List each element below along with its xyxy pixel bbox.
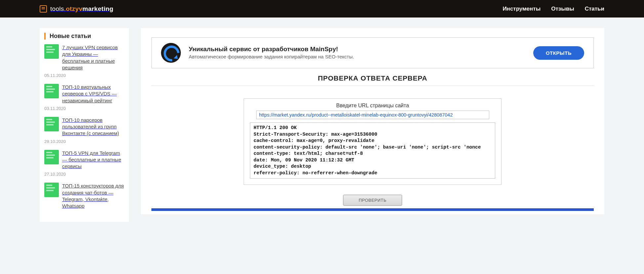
promo-banner: Уникальный сервис от разработчиков MainS…	[151, 37, 594, 68]
promo-logo-icon	[161, 43, 181, 63]
sidebar-article-link[interactable]: ТОП-15 конструкторов для создания чат-бо…	[44, 183, 124, 209]
sidebar-heading: Новые статьи	[44, 33, 124, 40]
server-response-tool: Введите URL страницы сайта	[244, 98, 502, 185]
promo-title: Уникальный сервис от разработчиков MainS…	[189, 46, 525, 53]
article-date: 29.10.2020	[44, 139, 124, 144]
divider	[151, 86, 594, 86]
article-date: 05.11.2020	[44, 73, 124, 78]
promo-subtitle: Автоматическое формирование задания копи…	[189, 53, 525, 60]
thumbnail-icon	[44, 117, 59, 131]
article-date: 27.10.2020	[44, 172, 124, 177]
article-title: ТОП-15 конструкторов для создания чат-бо…	[62, 183, 124, 209]
page-title: ПРОВЕРКА ОТВЕТА СЕРВЕРА	[151, 74, 594, 82]
list-item: ТОП-5 VPN для Telegram — бесплатные и пл…	[44, 150, 124, 177]
thumbnail-icon	[44, 84, 59, 98]
thumbnail-icon	[44, 150, 59, 164]
list-item: ТОП-15 конструкторов для создания чат-бо…	[44, 183, 124, 209]
list-item: 7 лучших VPN сервисов для Украины — бесп…	[44, 44, 124, 78]
response-output[interactable]	[250, 122, 495, 179]
article-title: ТОП-5 VPN для Telegram — бесплатные и пл…	[62, 150, 124, 170]
nav-instruments[interactable]: Инструменты	[503, 6, 541, 12]
check-button[interactable]: ПРОВЕРИТЬ	[343, 195, 402, 206]
logo-icon	[40, 5, 47, 13]
url-input[interactable]	[256, 111, 489, 119]
sidebar-article-link[interactable]: ТОП-10 парсеров пользователей из групп В…	[44, 117, 124, 137]
main-nav: Инструменты Отзывы Статьи	[503, 6, 604, 12]
logo-text: tools.otzyvmarketing	[50, 5, 113, 13]
site-header: tools.otzyvmarketing Инструменты Отзывы …	[0, 0, 644, 17]
article-title: ТОП-10 парсеров пользователей из групп В…	[62, 117, 124, 137]
list-item: ТОП-10 виртуальных серверов с VPS/VDS — …	[44, 84, 124, 111]
sidebar-article-link[interactable]: 7 лучших VPN сервисов для Украины — бесп…	[44, 44, 124, 71]
thumbnail-icon	[44, 44, 59, 59]
article-date: 03.11.2020	[44, 106, 124, 111]
footer-accent-bar	[151, 208, 594, 211]
sidebar: Новые статьи 7 лучших VPN сервисов для У…	[40, 28, 129, 222]
url-label: Введите URL страницы сайта	[250, 103, 495, 109]
article-title: 7 лучших VPN сервисов для Украины — бесп…	[62, 44, 124, 71]
sidebar-article-link[interactable]: ТОП-5 VPN для Telegram — бесплатные и пл…	[44, 150, 124, 170]
main-content: Уникальный сервис от разработчиков MainS…	[141, 28, 604, 214]
article-title: ТОП-10 виртуальных серверов с VPS/VDS — …	[62, 84, 124, 104]
promo-text: Уникальный сервис от разработчиков MainS…	[189, 46, 525, 60]
nav-articles[interactable]: Статьи	[585, 6, 604, 12]
promo-open-button[interactable]: ОТКРЫТЬ	[533, 46, 584, 60]
thumbnail-icon	[44, 183, 59, 197]
site-logo[interactable]: tools.otzyvmarketing	[40, 5, 113, 13]
sidebar-article-link[interactable]: ТОП-10 виртуальных серверов с VPS/VDS — …	[44, 84, 124, 104]
nav-reviews[interactable]: Отзывы	[551, 6, 574, 12]
list-item: ТОП-10 парсеров пользователей из групп В…	[44, 117, 124, 144]
